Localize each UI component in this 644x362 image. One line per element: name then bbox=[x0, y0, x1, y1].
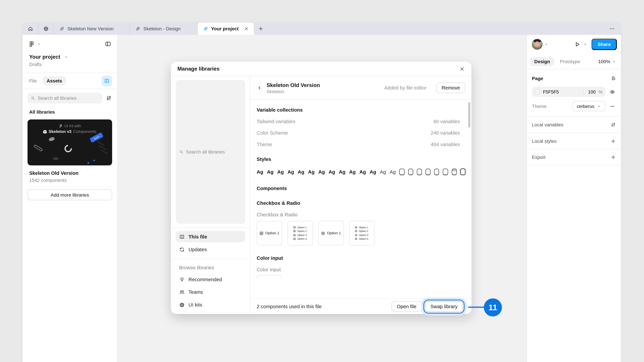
tab-assets[interactable]: Assets bbox=[42, 76, 66, 85]
text-style-preview: Ag bbox=[288, 169, 294, 175]
styles-icon[interactable] bbox=[610, 76, 616, 81]
scrollbar-thumb[interactable] bbox=[468, 102, 470, 128]
search-input[interactable] bbox=[38, 96, 99, 100]
present-play-button[interactable] bbox=[574, 41, 581, 48]
tab-prototype[interactable]: Prototype bbox=[560, 59, 580, 64]
annotation-badge: 11 bbox=[484, 298, 502, 317]
chevron-down-icon bbox=[612, 59, 616, 63]
option-label: Option 1 bbox=[297, 226, 307, 229]
zoom-control[interactable]: 100% bbox=[598, 59, 616, 64]
tab-skeleton-design[interactable]: Skeleton - Design bbox=[130, 23, 198, 35]
assets-search-field[interactable] bbox=[28, 93, 102, 103]
share-button[interactable]: Share bbox=[592, 38, 617, 50]
nav-item-teams[interactable]: Teams bbox=[176, 286, 245, 298]
nav-item-updates[interactable]: Updates bbox=[176, 244, 245, 255]
modal-close-button[interactable] bbox=[459, 66, 465, 71]
project-switcher[interactable]: Your project bbox=[29, 54, 110, 60]
chevron-down-icon[interactable] bbox=[583, 42, 587, 46]
library-title: Skeleton Old Version bbox=[29, 170, 110, 176]
thumb-text-bold: Skeleton v3 bbox=[49, 129, 72, 134]
close-tab-button[interactable] bbox=[244, 26, 249, 31]
avatar bbox=[532, 39, 542, 50]
radio-glyph bbox=[355, 230, 358, 232]
color-hex-value[interactable]: F5F5F5 bbox=[543, 89, 580, 94]
opacity-value[interactable]: 100 bbox=[587, 89, 596, 94]
color-swatch[interactable] bbox=[535, 89, 540, 94]
toggle-sidebar-button[interactable] bbox=[105, 40, 111, 47]
library-thumbnail[interactable]: UI Kit with Skeleton v3 Components Butto… bbox=[28, 119, 112, 165]
local-variables-row[interactable]: Local variables bbox=[527, 116, 621, 133]
sliders-icon[interactable] bbox=[610, 122, 616, 127]
swap-library-button[interactable]: Swap library bbox=[425, 301, 463, 312]
community-button[interactable] bbox=[38, 23, 54, 35]
window-menu-button[interactable] bbox=[603, 23, 621, 35]
add-more-libraries-button[interactable]: Add more libraries bbox=[28, 189, 112, 200]
component-card-radio-group[interactable]: Option 1 Option 2 Option 3 Option 4 bbox=[349, 221, 375, 246]
library-component-count: 1542 components bbox=[29, 178, 110, 183]
figma-logo-icon bbox=[59, 124, 63, 128]
tab-label: Skeleton - Design bbox=[144, 26, 180, 31]
collection-name: Color Scheme bbox=[257, 130, 288, 136]
color-input-subtitle: Color Input bbox=[257, 267, 466, 273]
plus-icon[interactable] bbox=[610, 154, 616, 160]
nav-item-this-file[interactable]: This file bbox=[176, 231, 245, 242]
remove-button[interactable]: Remove bbox=[436, 82, 466, 93]
local-styles-row[interactable]: Local styles bbox=[527, 133, 621, 149]
style-swatch bbox=[417, 169, 422, 175]
tab-your-project[interactable]: Your project bbox=[198, 23, 254, 35]
text-styles-row: Ag Ag Ag Ag Ag Ag Ag Ag Ag Ag bbox=[257, 169, 466, 175]
components-used-summary: 2 components used in this file bbox=[257, 304, 388, 309]
chevron-down-icon bbox=[64, 55, 68, 59]
option-label: Option 2 bbox=[359, 230, 368, 232]
page-heading: Page bbox=[532, 76, 543, 81]
variable-collection-row: Color Scheme 246 variables bbox=[257, 130, 466, 136]
thumb-text: UI Kit with bbox=[64, 124, 81, 128]
search-input[interactable] bbox=[186, 149, 242, 154]
option-label: Option 4 bbox=[297, 238, 307, 240]
open-file-button[interactable]: Open file bbox=[392, 301, 422, 312]
component-card-partial bbox=[257, 275, 282, 279]
visibility-toggle[interactable] bbox=[608, 89, 616, 94]
minus-icon bbox=[610, 103, 615, 109]
remove-theme-button[interactable] bbox=[608, 103, 616, 109]
style-swatch bbox=[443, 169, 448, 175]
component-card-radio[interactable]: Option 1 bbox=[318, 221, 344, 246]
home-button[interactable] bbox=[23, 23, 38, 35]
thumb-line bbox=[98, 145, 106, 150]
project-title: Your project bbox=[29, 54, 60, 60]
component-card-checkbox[interactable]: Option 1 bbox=[257, 221, 282, 246]
library-detail-scroll[interactable]: Variable collections Tailwind variables … bbox=[250, 100, 472, 298]
open-libraries-button[interactable] bbox=[102, 76, 112, 86]
nav-item-recommended[interactable]: Recommended bbox=[176, 274, 245, 285]
plus-icon[interactable] bbox=[610, 138, 616, 144]
figma-menu-button[interactable] bbox=[28, 40, 41, 47]
library-detail-panel: Skeleton Old Version Skeleton Added by f… bbox=[250, 76, 472, 314]
page-color-field[interactable]: F5F5F5 100 % bbox=[532, 87, 605, 97]
collection-count: 404 variables bbox=[431, 142, 460, 147]
text-style-preview: Ag bbox=[267, 169, 274, 175]
nav-item-ui-kits[interactable]: UI kits bbox=[176, 299, 245, 310]
libraries-search-field[interactable] bbox=[176, 80, 245, 224]
filter-icon[interactable] bbox=[106, 95, 112, 101]
tab-skeleton-new-version[interactable]: Skeleton New Version bbox=[54, 23, 130, 35]
new-tab-button[interactable] bbox=[254, 23, 268, 35]
export-row[interactable]: Export bbox=[527, 149, 621, 165]
component-card-checkbox-group[interactable]: Option 1 Option 2 Option 3 Option 4 bbox=[288, 221, 313, 246]
collection-count: 60 variables bbox=[433, 119, 460, 124]
theme-dropdown[interactable]: cerberus bbox=[572, 101, 605, 111]
thumb-toggle bbox=[48, 137, 55, 142]
tab-file[interactable]: File bbox=[29, 78, 37, 83]
back-button[interactable] bbox=[257, 85, 262, 91]
text-style-preview: Ag bbox=[318, 169, 325, 175]
option-label: Option 4 bbox=[359, 238, 368, 240]
section-label: Export bbox=[532, 155, 546, 160]
canvas[interactable]: Manage libraries bbox=[117, 35, 526, 362]
plus-icon bbox=[258, 26, 264, 31]
tab-design[interactable]: Design bbox=[530, 57, 554, 66]
added-by-label: Added by file editor bbox=[384, 85, 426, 91]
thumb-text: Components bbox=[73, 129, 96, 134]
variable-collections-heading: Variable collections bbox=[257, 107, 466, 113]
refresh-icon bbox=[179, 247, 185, 252]
account-menu-button[interactable] bbox=[532, 39, 548, 50]
tabbar-spacer bbox=[268, 23, 603, 35]
